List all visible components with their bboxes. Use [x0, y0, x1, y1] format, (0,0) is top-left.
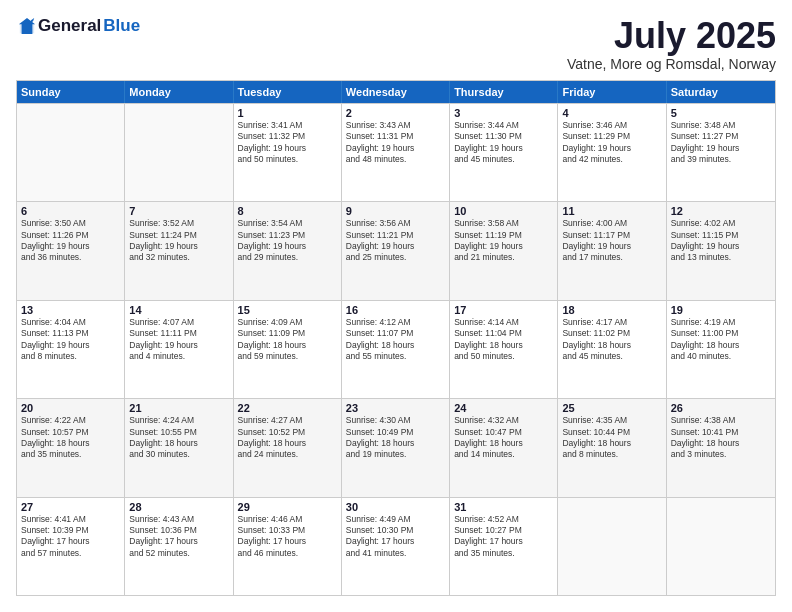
day-number: 25 — [562, 402, 661, 414]
calendar-cell: 18Sunrise: 4:17 AM Sunset: 11:02 PM Dayl… — [558, 301, 666, 398]
day-number: 12 — [671, 205, 771, 217]
day-info: Sunrise: 3:41 AM Sunset: 11:32 PM Daylig… — [238, 120, 337, 166]
day-number: 21 — [129, 402, 228, 414]
day-info: Sunrise: 4:41 AM Sunset: 10:39 PM Daylig… — [21, 514, 120, 560]
day-number: 15 — [238, 304, 337, 316]
calendar-cell: 30Sunrise: 4:49 AM Sunset: 10:30 PM Dayl… — [342, 498, 450, 595]
day-info: Sunrise: 4:35 AM Sunset: 10:44 PM Daylig… — [562, 415, 661, 461]
day-number: 31 — [454, 501, 553, 513]
day-number: 3 — [454, 107, 553, 119]
calendar-header-cell: Wednesday — [342, 81, 450, 103]
calendar: SundayMondayTuesdayWednesdayThursdayFrid… — [16, 80, 776, 596]
day-info: Sunrise: 4:27 AM Sunset: 10:52 PM Daylig… — [238, 415, 337, 461]
day-info: Sunrise: 4:14 AM Sunset: 11:04 PM Daylig… — [454, 317, 553, 363]
calendar-cell: 8Sunrise: 3:54 AM Sunset: 11:23 PM Dayli… — [234, 202, 342, 299]
day-info: Sunrise: 4:07 AM Sunset: 11:11 PM Daylig… — [129, 317, 228, 363]
day-number: 2 — [346, 107, 445, 119]
day-info: Sunrise: 4:17 AM Sunset: 11:02 PM Daylig… — [562, 317, 661, 363]
day-info: Sunrise: 4:32 AM Sunset: 10:47 PM Daylig… — [454, 415, 553, 461]
day-info: Sunrise: 4:30 AM Sunset: 10:49 PM Daylig… — [346, 415, 445, 461]
calendar-cell — [17, 104, 125, 201]
day-number: 14 — [129, 304, 228, 316]
day-number: 18 — [562, 304, 661, 316]
day-info: Sunrise: 3:54 AM Sunset: 11:23 PM Daylig… — [238, 218, 337, 264]
calendar-cell: 7Sunrise: 3:52 AM Sunset: 11:24 PM Dayli… — [125, 202, 233, 299]
day-info: Sunrise: 4:52 AM Sunset: 10:27 PM Daylig… — [454, 514, 553, 560]
logo-icon — [18, 17, 36, 35]
calendar-cell: 9Sunrise: 3:56 AM Sunset: 11:21 PM Dayli… — [342, 202, 450, 299]
day-number: 16 — [346, 304, 445, 316]
page: General Blue July 2025 Vatne, More og Ro… — [0, 0, 792, 612]
calendar-header-cell: Friday — [558, 81, 666, 103]
day-number: 8 — [238, 205, 337, 217]
day-number: 9 — [346, 205, 445, 217]
day-info: Sunrise: 4:00 AM Sunset: 11:17 PM Daylig… — [562, 218, 661, 264]
header: General Blue July 2025 Vatne, More og Ro… — [16, 16, 776, 72]
calendar-cell: 4Sunrise: 3:46 AM Sunset: 11:29 PM Dayli… — [558, 104, 666, 201]
logo-blue: Blue — [103, 16, 140, 36]
day-info: Sunrise: 3:58 AM Sunset: 11:19 PM Daylig… — [454, 218, 553, 264]
calendar-cell: 6Sunrise: 3:50 AM Sunset: 11:26 PM Dayli… — [17, 202, 125, 299]
title-area: July 2025 Vatne, More og Romsdal, Norway — [567, 16, 776, 72]
day-info: Sunrise: 4:24 AM Sunset: 10:55 PM Daylig… — [129, 415, 228, 461]
calendar-header-cell: Tuesday — [234, 81, 342, 103]
day-info: Sunrise: 4:49 AM Sunset: 10:30 PM Daylig… — [346, 514, 445, 560]
day-number: 19 — [671, 304, 771, 316]
calendar-cell: 1Sunrise: 3:41 AM Sunset: 11:32 PM Dayli… — [234, 104, 342, 201]
calendar-cell: 20Sunrise: 4:22 AM Sunset: 10:57 PM Dayl… — [17, 399, 125, 496]
calendar-cell: 22Sunrise: 4:27 AM Sunset: 10:52 PM Dayl… — [234, 399, 342, 496]
day-info: Sunrise: 3:52 AM Sunset: 11:24 PM Daylig… — [129, 218, 228, 264]
calendar-body: 1Sunrise: 3:41 AM Sunset: 11:32 PM Dayli… — [17, 103, 775, 595]
day-info: Sunrise: 4:46 AM Sunset: 10:33 PM Daylig… — [238, 514, 337, 560]
day-info: Sunrise: 4:22 AM Sunset: 10:57 PM Daylig… — [21, 415, 120, 461]
calendar-cell: 12Sunrise: 4:02 AM Sunset: 11:15 PM Dayl… — [667, 202, 775, 299]
calendar-row: 20Sunrise: 4:22 AM Sunset: 10:57 PM Dayl… — [17, 398, 775, 496]
calendar-cell: 17Sunrise: 4:14 AM Sunset: 11:04 PM Dayl… — [450, 301, 558, 398]
day-info: Sunrise: 3:44 AM Sunset: 11:30 PM Daylig… — [454, 120, 553, 166]
day-number: 17 — [454, 304, 553, 316]
day-number: 11 — [562, 205, 661, 217]
calendar-cell — [667, 498, 775, 595]
day-number: 27 — [21, 501, 120, 513]
day-info: Sunrise: 3:50 AM Sunset: 11:26 PM Daylig… — [21, 218, 120, 264]
calendar-cell: 2Sunrise: 3:43 AM Sunset: 11:31 PM Dayli… — [342, 104, 450, 201]
day-info: Sunrise: 4:43 AM Sunset: 10:36 PM Daylig… — [129, 514, 228, 560]
logo-general: General — [38, 16, 101, 36]
day-number: 23 — [346, 402, 445, 414]
day-number: 1 — [238, 107, 337, 119]
calendar-row: 6Sunrise: 3:50 AM Sunset: 11:26 PM Dayli… — [17, 201, 775, 299]
calendar-cell: 14Sunrise: 4:07 AM Sunset: 11:11 PM Dayl… — [125, 301, 233, 398]
day-number: 28 — [129, 501, 228, 513]
calendar-header-cell: Saturday — [667, 81, 775, 103]
calendar-cell — [125, 104, 233, 201]
calendar-cell: 23Sunrise: 4:30 AM Sunset: 10:49 PM Dayl… — [342, 399, 450, 496]
day-number: 10 — [454, 205, 553, 217]
calendar-cell: 11Sunrise: 4:00 AM Sunset: 11:17 PM Dayl… — [558, 202, 666, 299]
day-info: Sunrise: 3:48 AM Sunset: 11:27 PM Daylig… — [671, 120, 771, 166]
calendar-header-cell: Sunday — [17, 81, 125, 103]
day-number: 4 — [562, 107, 661, 119]
day-number: 29 — [238, 501, 337, 513]
logo: General Blue — [16, 16, 140, 36]
day-number: 20 — [21, 402, 120, 414]
day-info: Sunrise: 3:56 AM Sunset: 11:21 PM Daylig… — [346, 218, 445, 264]
calendar-header-cell: Thursday — [450, 81, 558, 103]
calendar-header-cell: Monday — [125, 81, 233, 103]
day-info: Sunrise: 4:04 AM Sunset: 11:13 PM Daylig… — [21, 317, 120, 363]
calendar-cell: 3Sunrise: 3:44 AM Sunset: 11:30 PM Dayli… — [450, 104, 558, 201]
calendar-cell: 28Sunrise: 4:43 AM Sunset: 10:36 PM Dayl… — [125, 498, 233, 595]
day-number: 7 — [129, 205, 228, 217]
calendar-header-row: SundayMondayTuesdayWednesdayThursdayFrid… — [17, 81, 775, 103]
day-number: 26 — [671, 402, 771, 414]
day-info: Sunrise: 3:43 AM Sunset: 11:31 PM Daylig… — [346, 120, 445, 166]
month-title: July 2025 — [567, 16, 776, 56]
day-info: Sunrise: 4:12 AM Sunset: 11:07 PM Daylig… — [346, 317, 445, 363]
day-info: Sunrise: 3:46 AM Sunset: 11:29 PM Daylig… — [562, 120, 661, 166]
calendar-cell: 29Sunrise: 4:46 AM Sunset: 10:33 PM Dayl… — [234, 498, 342, 595]
calendar-cell: 24Sunrise: 4:32 AM Sunset: 10:47 PM Dayl… — [450, 399, 558, 496]
calendar-cell: 13Sunrise: 4:04 AM Sunset: 11:13 PM Dayl… — [17, 301, 125, 398]
day-number: 30 — [346, 501, 445, 513]
calendar-cell: 25Sunrise: 4:35 AM Sunset: 10:44 PM Dayl… — [558, 399, 666, 496]
day-number: 22 — [238, 402, 337, 414]
day-info: Sunrise: 4:38 AM Sunset: 10:41 PM Daylig… — [671, 415, 771, 461]
